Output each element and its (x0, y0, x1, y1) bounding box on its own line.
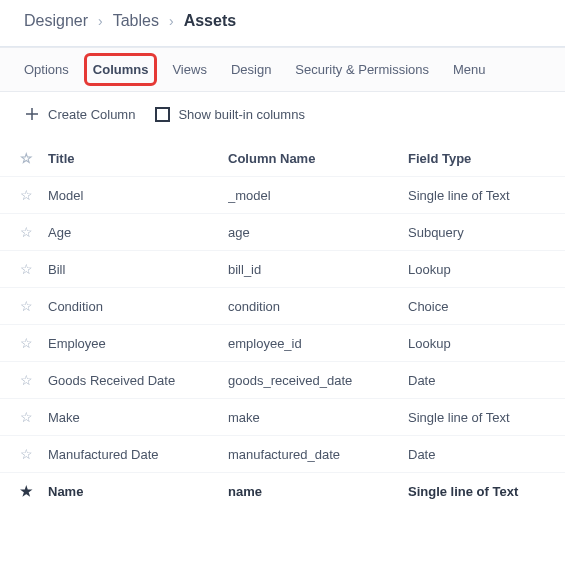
cell-column-name: goods_received_date (228, 373, 408, 388)
create-column-button[interactable]: Create Column (24, 106, 135, 122)
breadcrumb-item-designer[interactable]: Designer (24, 12, 88, 30)
col-header-column-name[interactable]: Column Name (228, 151, 408, 166)
toolbar: Create Column Show built-in columns (0, 92, 565, 140)
cell-title: Manufactured Date (48, 447, 228, 462)
table-row[interactable]: ☆Model_modelSingle line of Text (0, 176, 565, 213)
table-row[interactable]: ☆Billbill_idLookup (0, 250, 565, 287)
cell-column-name: manufactured_date (228, 447, 408, 462)
cell-field-type: Date (408, 447, 565, 462)
col-header-field-type[interactable]: Field Type (408, 151, 565, 166)
cell-column-name: age (228, 225, 408, 240)
star-outline-icon[interactable]: ☆ (4, 298, 48, 314)
columns-table: ☆ Title Column Name Field Type ☆Model_mo… (0, 140, 565, 509)
cell-title: Condition (48, 299, 228, 314)
star-outline-icon[interactable]: ☆ (4, 409, 48, 425)
cell-field-type: Single line of Text (408, 410, 565, 425)
breadcrumb-item-current: Assets (184, 12, 236, 30)
breadcrumb: Designer › Tables › Assets (0, 0, 565, 47)
tab-design[interactable]: Design (231, 62, 271, 77)
plus-icon (24, 106, 40, 122)
show-builtin-toggle[interactable]: Show built-in columns (155, 107, 304, 122)
tabs-bar: OptionsColumnsViewsDesignSecurity & Perm… (0, 48, 565, 91)
cell-column-name: employee_id (228, 336, 408, 351)
show-builtin-label: Show built-in columns (178, 107, 304, 122)
table-row[interactable]: ☆MakemakeSingle line of Text (0, 398, 565, 435)
cell-field-type: Single line of Text (408, 188, 565, 203)
star-outline-icon[interactable]: ☆ (4, 446, 48, 462)
tab-views[interactable]: Views (172, 62, 206, 77)
tab-security-permissions[interactable]: Security & Permissions (295, 62, 429, 77)
table-row[interactable]: ★NamenameSingle line of Text (0, 472, 565, 509)
chevron-right-icon: › (98, 13, 103, 29)
star-outline-icon[interactable]: ☆ (4, 372, 48, 388)
star-outline-icon[interactable]: ☆ (4, 224, 48, 240)
cell-column-name: make (228, 410, 408, 425)
col-header-title[interactable]: Title (48, 151, 228, 166)
cell-title: Age (48, 225, 228, 240)
cell-title: Goods Received Date (48, 373, 228, 388)
table-row[interactable]: ☆Goods Received Dategoods_received_dateD… (0, 361, 565, 398)
star-icon[interactable]: ☆ (4, 150, 48, 166)
star-outline-icon[interactable]: ☆ (4, 261, 48, 277)
tab-menu[interactable]: Menu (453, 62, 486, 77)
cell-field-type: Single line of Text (408, 484, 565, 499)
create-column-label: Create Column (48, 107, 135, 122)
cell-title: Make (48, 410, 228, 425)
breadcrumb-item-tables[interactable]: Tables (113, 12, 159, 30)
cell-column-name: bill_id (228, 262, 408, 277)
star-outline-icon[interactable]: ☆ (4, 187, 48, 203)
tab-columns[interactable]: Columns (93, 62, 149, 77)
cell-field-type: Date (408, 373, 565, 388)
cell-title: Bill (48, 262, 228, 277)
cell-title: Name (48, 484, 228, 499)
cell-field-type: Lookup (408, 336, 565, 351)
table-header-row: ☆ Title Column Name Field Type (0, 140, 565, 176)
star-outline-icon[interactable]: ☆ (4, 335, 48, 351)
checkbox-icon (155, 107, 170, 122)
cell-column-name: name (228, 484, 408, 499)
tab-options[interactable]: Options (24, 62, 69, 77)
table-row[interactable]: ☆Employeeemployee_idLookup (0, 324, 565, 361)
cell-column-name: condition (228, 299, 408, 314)
table-row[interactable]: ☆ConditionconditionChoice (0, 287, 565, 324)
cell-field-type: Choice (408, 299, 565, 314)
cell-column-name: _model (228, 188, 408, 203)
table-row[interactable]: ☆AgeageSubquery (0, 213, 565, 250)
cell-field-type: Lookup (408, 262, 565, 277)
cell-field-type: Subquery (408, 225, 565, 240)
star-filled-icon[interactable]: ★ (4, 483, 48, 499)
cell-title: Model (48, 188, 228, 203)
table-row[interactable]: ☆Manufactured Datemanufactured_dateDate (0, 435, 565, 472)
cell-title: Employee (48, 336, 228, 351)
chevron-right-icon: › (169, 13, 174, 29)
